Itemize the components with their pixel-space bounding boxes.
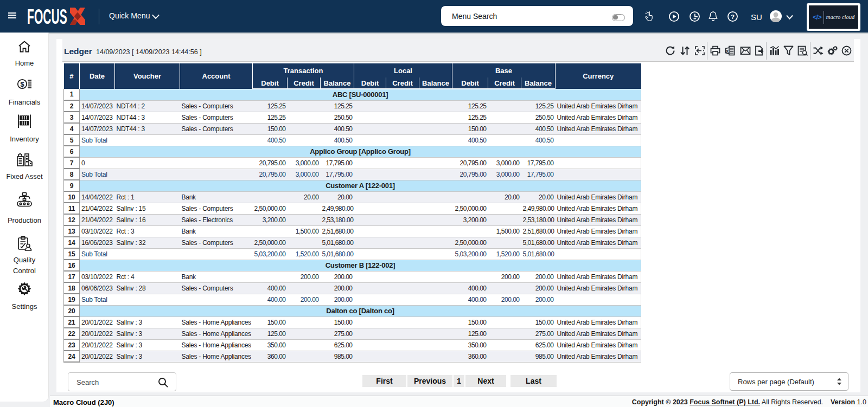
svg-text:x: x [726, 48, 729, 54]
svg-text:?: ? [731, 14, 735, 20]
svg-text:$: $ [20, 80, 24, 88]
